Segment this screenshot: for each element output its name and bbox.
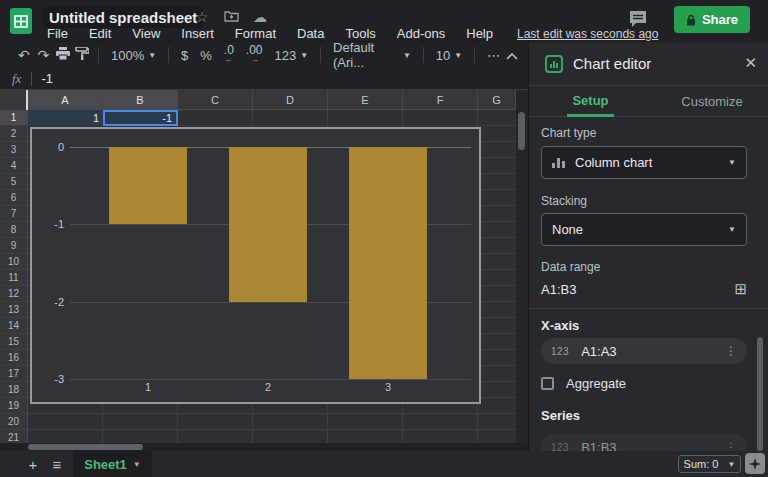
- column-header-c[interactable]: C: [178, 90, 253, 110]
- x-axis-range-pill[interactable]: 123 A1:A3 ⋮: [541, 338, 747, 364]
- cloud-status-icon[interactable]: ☁: [252, 9, 268, 25]
- formula-bar: fx -1: [0, 68, 528, 90]
- paint-format-icon[interactable]: [73, 47, 93, 63]
- add-sheet-icon[interactable]: +: [24, 451, 42, 477]
- chart-gridline: [70, 379, 471, 380]
- undo-icon[interactable]: ↶: [14, 47, 34, 63]
- increase-decimal-button[interactable]: .00→: [240, 46, 269, 64]
- format-percent-button[interactable]: %: [194, 48, 218, 63]
- chevron-down-icon: ▼: [403, 51, 411, 60]
- numeric-badge: 123: [551, 346, 569, 357]
- menu-item-insert[interactable]: Insert: [176, 25, 219, 42]
- row-header-10[interactable]: 10: [0, 254, 28, 270]
- row-header-12[interactable]: 12: [0, 286, 28, 302]
- row-header-15[interactable]: 15: [0, 334, 28, 350]
- aggregate-checkbox[interactable]: [541, 377, 554, 390]
- menu-item-format[interactable]: Format: [230, 25, 281, 42]
- column-header-g[interactable]: G: [478, 90, 516, 110]
- cell-b1[interactable]: -1: [103, 110, 178, 126]
- row-header-14[interactable]: 14: [0, 318, 28, 334]
- comment-icon[interactable]: [628, 9, 650, 29]
- tab-setup[interactable]: Setup: [567, 86, 614, 117]
- row-header-7[interactable]: 7: [0, 206, 28, 222]
- chart-editor-icon: [545, 55, 563, 73]
- row-header-3[interactable]: 3: [0, 142, 28, 158]
- chevron-down-icon: ▼: [728, 158, 736, 167]
- vertical-scrollbar-thumb[interactable]: [518, 112, 525, 150]
- embedded-column-chart[interactable]: 0-1-2-3123: [30, 127, 481, 404]
- zoom-select[interactable]: 100%▼: [105, 48, 162, 63]
- select-range-icon[interactable]: ⊞: [734, 280, 747, 298]
- column-header-f[interactable]: F: [403, 90, 478, 110]
- decrease-decimal-button[interactable]: .0←: [218, 46, 240, 64]
- row-header-1[interactable]: 1: [0, 110, 28, 126]
- column-header-a[interactable]: A: [28, 90, 103, 110]
- font-select[interactable]: Default (Ari...▼: [327, 40, 417, 70]
- move-folder-icon[interactable]: [223, 9, 239, 25]
- row-header-8[interactable]: 8: [0, 222, 28, 238]
- series-range-pill[interactable]: 123 B1:B3 ⋮: [541, 434, 747, 451]
- hide-toolbar-icon[interactable]: [506, 48, 518, 63]
- chart-bar-1: [109, 147, 187, 224]
- series-heading: Series: [541, 408, 580, 423]
- row-header-16[interactable]: 16: [0, 350, 28, 366]
- star-icon[interactable]: ☆: [194, 9, 210, 25]
- row-header-9[interactable]: 9: [0, 238, 28, 254]
- top-bar: Untitled spreadsheet ☆ ☁ FileEditViewIns…: [0, 0, 768, 42]
- format-currency-button[interactable]: $: [175, 48, 194, 63]
- column-header-b[interactable]: B: [103, 90, 178, 110]
- sheets-logo-icon[interactable]: [9, 7, 33, 35]
- more-toolbar-icon[interactable]: ⋯: [481, 48, 506, 63]
- chevron-down-icon: ▼: [148, 51, 156, 60]
- row-header-17[interactable]: 17: [0, 366, 28, 382]
- row-header-4[interactable]: 4: [0, 158, 28, 174]
- sum-indicator[interactable]: Sum: 0▼: [678, 455, 741, 473]
- sheet-tab-sheet1[interactable]: Sheet1 ▼: [73, 451, 152, 477]
- menu-item-edit[interactable]: Edit: [84, 25, 116, 42]
- chevron-down-icon: ▼: [133, 460, 141, 469]
- row-header-6[interactable]: 6: [0, 190, 28, 206]
- column-headers: ABCDEFG: [0, 90, 516, 110]
- formula-input[interactable]: -1: [41, 71, 53, 86]
- row-headers: 123456789101112131415161718192021: [0, 110, 28, 443]
- select-all-corner[interactable]: [0, 90, 28, 110]
- font-size-select[interactable]: 10▼: [430, 48, 468, 63]
- data-range-value[interactable]: A1:B3: [541, 282, 576, 297]
- more-options-icon[interactable]: ⋮: [725, 344, 737, 358]
- row-header-19[interactable]: 19: [0, 398, 28, 414]
- share-button[interactable]: Share: [674, 6, 750, 33]
- row-header-2[interactable]: 2: [0, 126, 28, 142]
- row-header-13[interactable]: 13: [0, 302, 28, 318]
- row-header-21[interactable]: 21: [0, 430, 28, 443]
- cell-a1[interactable]: 1: [28, 110, 103, 126]
- horizontal-scrollbar-thumb[interactable]: [28, 444, 143, 450]
- fx-icon: fx: [12, 71, 21, 87]
- chart-editor-panel: Chart editor ✕ Setup Customize Chart typ…: [528, 42, 768, 451]
- menu-item-view[interactable]: View: [127, 25, 165, 42]
- row-header-18[interactable]: 18: [0, 382, 28, 398]
- chart-type-select[interactable]: Column chart ▼: [541, 146, 747, 179]
- print-icon[interactable]: [53, 47, 73, 63]
- all-sheets-icon[interactable]: ≡: [48, 451, 66, 477]
- x-axis-tick-label: 3: [368, 381, 408, 393]
- menu-item-file[interactable]: File: [42, 25, 73, 42]
- stacking-select[interactable]: None ▼: [541, 213, 747, 246]
- row-header-20[interactable]: 20: [0, 414, 28, 430]
- menu-item-help[interactable]: Help: [461, 25, 498, 42]
- stacking-label: Stacking: [541, 194, 587, 208]
- row-header-11[interactable]: 11: [0, 270, 28, 286]
- close-icon[interactable]: ✕: [744, 54, 757, 72]
- menu-item-data[interactable]: Data: [292, 25, 329, 42]
- x-axis-tick-label: 1: [128, 381, 168, 393]
- redo-icon[interactable]: ↷: [34, 47, 54, 63]
- column-header-e[interactable]: E: [328, 90, 403, 110]
- row-header-5[interactable]: 5: [0, 174, 28, 190]
- column-header-d[interactable]: D: [253, 90, 328, 110]
- more-options-icon[interactable]: ⋮: [725, 440, 737, 451]
- tab-customize[interactable]: Customize: [679, 86, 745, 117]
- x-axis-tick-label: 2: [248, 381, 288, 393]
- panel-scrollbar-thumb[interactable]: [757, 337, 763, 451]
- number-format-button[interactable]: 123▼: [269, 48, 315, 63]
- lock-icon: [686, 14, 696, 26]
- explore-button[interactable]: [745, 453, 765, 474]
